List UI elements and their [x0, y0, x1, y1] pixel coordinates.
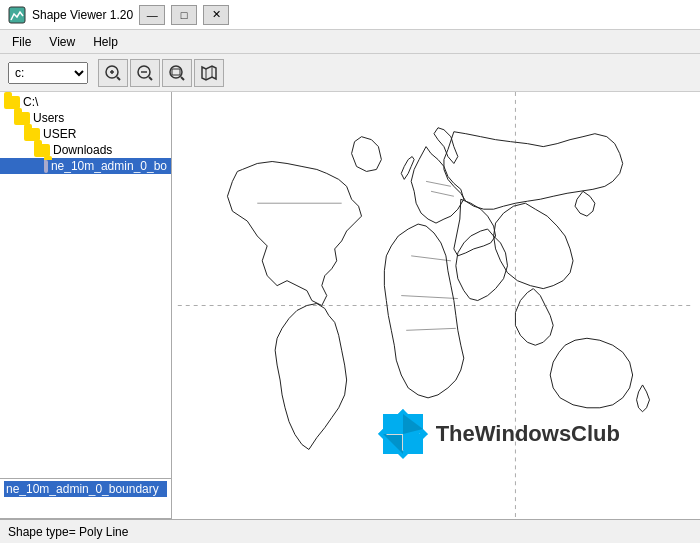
maximize-button[interactable]: □ [171, 5, 197, 25]
map-button[interactable] [194, 59, 224, 87]
svg-line-17 [411, 256, 451, 261]
map-area[interactable]: TheWindowsClub [172, 92, 700, 519]
menu-bar: File View Help [0, 30, 700, 54]
svg-line-18 [401, 296, 458, 299]
svg-line-16 [431, 191, 454, 196]
svg-line-19 [406, 328, 456, 330]
file-list[interactable]: ne_10m_admin_0_boundary [0, 479, 171, 519]
status-bar: Shape type= Poly Line [0, 519, 700, 543]
svg-line-9 [181, 77, 184, 80]
watermark-logo [378, 409, 428, 459]
file-tree[interactable]: C:\ Users USER Downloads ne_10m_admin_0_… [0, 92, 171, 479]
title-text: Shape Viewer 1.20 [32, 8, 133, 22]
svg-rect-10 [172, 69, 180, 75]
svg-rect-27 [383, 414, 402, 433]
folder-icon [14, 112, 30, 125]
menu-view[interactable]: View [41, 33, 83, 51]
app-icon [8, 6, 26, 24]
toolbar: c: [0, 54, 700, 92]
menu-help[interactable]: Help [85, 33, 126, 51]
svg-rect-30 [404, 435, 423, 454]
zoom-in-button[interactable] [98, 59, 128, 87]
svg-line-7 [149, 77, 152, 80]
folder-icon [24, 128, 40, 141]
left-panel: C:\ Users USER Downloads ne_10m_admin_0_… [0, 92, 172, 519]
status-text: Shape type= Poly Line [8, 525, 128, 539]
fit-button[interactable] [162, 59, 192, 87]
folder-icon [4, 96, 20, 109]
zoom-out-button[interactable] [130, 59, 160, 87]
close-button[interactable]: ✕ [203, 5, 229, 25]
watermark: TheWindowsClub [378, 409, 620, 459]
title-bar: Shape Viewer 1.20 — □ ✕ [0, 0, 700, 30]
folder-icon [34, 144, 50, 157]
folder-icon [44, 160, 48, 173]
tree-item-user[interactable]: USER [0, 126, 171, 142]
watermark-text: TheWindowsClub [436, 421, 620, 447]
main-content: C:\ Users USER Downloads ne_10m_admin_0_… [0, 92, 700, 519]
minimize-button[interactable]: — [139, 5, 165, 25]
tree-item-root[interactable]: C:\ [0, 94, 171, 110]
file-item-shapefile[interactable]: ne_10m_admin_0_boundary [4, 481, 167, 497]
drive-selector[interactable]: c: [8, 62, 88, 84]
menu-file[interactable]: File [4, 33, 39, 51]
tree-item-shapefile[interactable]: ne_10m_admin_0_bo [0, 158, 171, 174]
svg-line-4 [117, 77, 120, 80]
tree-item-downloads[interactable]: Downloads [0, 142, 171, 158]
svg-line-15 [426, 181, 451, 186]
svg-marker-11 [202, 66, 216, 80]
